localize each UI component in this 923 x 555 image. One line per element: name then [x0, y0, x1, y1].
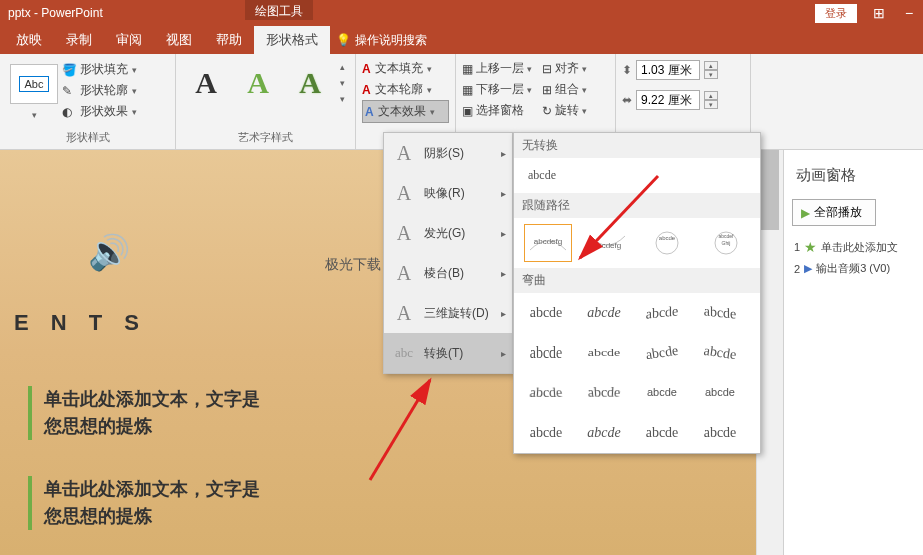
follow-path-circle[interactable]: abcde — [643, 224, 691, 262]
handwriting-text: 极光下载 — [325, 256, 381, 274]
align-button[interactable]: ⊟对齐▾ — [542, 58, 587, 79]
warp-10[interactable]: abcde — [579, 378, 628, 405]
lightbulb-icon: 💡 — [336, 33, 351, 47]
login-button[interactable]: 登录 — [815, 4, 857, 23]
width-input[interactable] — [636, 90, 700, 110]
warp-14[interactable]: abcde — [582, 419, 626, 447]
text-effects-button[interactable]: A文本效果▾ — [362, 100, 449, 123]
align-icon: ⊟ — [542, 62, 552, 76]
warp-2[interactable]: abcde — [582, 299, 626, 327]
star-icon: ★ — [804, 239, 817, 255]
warp-9[interactable]: abcde — [521, 381, 570, 408]
text-outline-button[interactable]: A文本轮廓▾ — [362, 79, 449, 100]
send-backward-button[interactable]: ▦下移一层▾ — [462, 79, 532, 100]
effects-glow[interactable]: A发光(G)▸ — [384, 213, 512, 253]
height-input[interactable] — [636, 60, 700, 80]
forward-icon: ▦ — [462, 62, 473, 76]
selection-pane-button[interactable]: ▣选择窗格 — [462, 100, 532, 121]
play-triangle-icon: ▶ — [804, 262, 812, 275]
warp-header: 弯曲 — [514, 268, 760, 293]
speaker-icon[interactable]: 🔊 — [88, 232, 128, 272]
warp-12[interactable]: abcde — [698, 379, 742, 407]
tab-review[interactable]: 审阅 — [104, 26, 154, 54]
animation-pane-title: 动画窗格 — [792, 158, 915, 193]
warp-6[interactable]: abcde — [582, 342, 626, 364]
wordart-style-3[interactable]: A — [286, 59, 334, 107]
scrollbar-thumb[interactable] — [761, 150, 779, 230]
follow-path-arch[interactable]: abcdefg — [524, 224, 572, 262]
group-icon: ⊞ — [542, 83, 552, 97]
rotate-button[interactable]: ↻旋转▾ — [542, 100, 587, 121]
tab-shape-format[interactable]: 形状格式 — [254, 26, 330, 54]
wordart-style-1[interactable]: A — [182, 59, 230, 107]
tab-help[interactable]: 帮助 — [204, 26, 254, 54]
warp-7[interactable]: abcde — [638, 336, 685, 370]
shape-style-preset[interactable]: Abc — [10, 64, 58, 104]
bucket-icon: 🪣 — [62, 63, 76, 77]
transform-submenu: 无转换 abcde 跟随路径 abcdefg abcdefg abcde abc… — [513, 132, 761, 454]
svg-text:abcde: abcde — [659, 235, 676, 241]
tab-view[interactable]: 视图 — [154, 26, 204, 54]
shape-fill-button[interactable]: 🪣形状填充▾ — [62, 60, 137, 79]
no-transform-header: 无转换 — [514, 133, 760, 158]
height-down[interactable]: ▾ — [704, 70, 718, 79]
ribbon-options-icon[interactable]: ⊞ — [871, 5, 887, 21]
warp-3[interactable]: abcde — [640, 297, 684, 330]
text-fill-button[interactable]: A文本填充▾ — [362, 58, 449, 79]
transform-none[interactable]: abcde — [514, 158, 760, 193]
rotate-icon: ↻ — [542, 104, 552, 118]
animation-item-2[interactable]: 2▶输出音频3 (V0) — [792, 258, 915, 279]
follow-path-header: 跟随路径 — [514, 193, 760, 218]
minimize-icon[interactable]: − — [901, 5, 917, 21]
tell-me[interactable]: 💡 操作说明搜索 — [336, 32, 427, 49]
warp-1[interactable]: abcde — [524, 299, 568, 327]
rotation-a-icon: A — [392, 301, 416, 325]
width-down[interactable]: ▾ — [704, 100, 718, 109]
width-icon: ⬌ — [622, 93, 632, 107]
follow-path-arch-down[interactable]: abcdefg — [584, 224, 632, 262]
contextual-tab-drawing-tools[interactable]: 绘图工具 — [245, 0, 313, 20]
warp-15[interactable]: abcde — [640, 419, 684, 447]
transform-abc-icon: abc — [392, 341, 416, 365]
play-all-button[interactable]: ▶全部播放 — [792, 199, 876, 226]
selection-icon: ▣ — [462, 104, 473, 118]
wordart-scroll-up[interactable]: ▴ — [340, 62, 345, 72]
glow-a-icon: A — [392, 221, 416, 245]
warp-5[interactable]: abcde — [524, 336, 568, 370]
shape-effects-button[interactable]: ◐形状效果▾ — [62, 102, 137, 121]
height-up[interactable]: ▴ — [704, 61, 718, 70]
tab-record[interactable]: 录制 — [54, 26, 104, 54]
warp-4[interactable]: abcde — [698, 297, 742, 330]
text-placeholder-1[interactable]: 单击此处添加文本，文字是 您思想的提炼 — [28, 386, 260, 440]
text-effects-icon: A — [365, 105, 374, 119]
app-title: pptx - PowerPoint — [4, 6, 103, 20]
shadow-a-icon: A — [392, 141, 416, 165]
effects-bevel[interactable]: A棱台(B)▸ — [384, 253, 512, 293]
bevel-a-icon: A — [392, 261, 416, 285]
warp-11[interactable]: abcde — [640, 379, 684, 407]
shape-outline-button[interactable]: ✎形状轮廓▾ — [62, 81, 137, 100]
reflection-a-icon: A — [392, 181, 416, 205]
width-up[interactable]: ▴ — [704, 91, 718, 100]
bring-forward-button[interactable]: ▦上移一层▾ — [462, 58, 532, 79]
tab-slideshow[interactable]: 放映 — [4, 26, 54, 54]
animation-item-1[interactable]: 1★单击此处添加文 — [792, 236, 915, 258]
effects-transform[interactable]: abc转换(T)▸ — [384, 333, 512, 373]
svg-text:abcdefg: abcdefg — [593, 241, 621, 250]
effects-3d-rotation[interactable]: A三维旋转(D)▸ — [384, 293, 512, 333]
warp-13[interactable]: abcde — [524, 419, 568, 447]
follow-path-button[interactable]: abcdefGhij — [703, 224, 751, 262]
effects-shadow[interactable]: A阴影(S)▸ — [384, 133, 512, 173]
text-fill-icon: A — [362, 62, 371, 76]
effects-reflection[interactable]: A映像(R)▸ — [384, 173, 512, 213]
group-label-wordart: 艺术字样式 — [182, 130, 349, 147]
warp-16[interactable]: abcde — [698, 419, 742, 447]
text-placeholder-2[interactable]: 单击此处添加文本，文字是 您思想的提炼 — [28, 476, 260, 530]
wordart-scroll-down[interactable]: ▾ — [340, 78, 345, 88]
height-icon: ⬍ — [622, 63, 632, 77]
warp-8[interactable]: abcde — [696, 336, 743, 370]
group-button[interactable]: ⊞组合▾ — [542, 79, 587, 100]
svg-text:abcde: abcde — [705, 386, 735, 398]
wordart-style-2[interactable]: A — [234, 59, 282, 107]
wordart-more[interactable]: ▾ — [340, 94, 345, 104]
